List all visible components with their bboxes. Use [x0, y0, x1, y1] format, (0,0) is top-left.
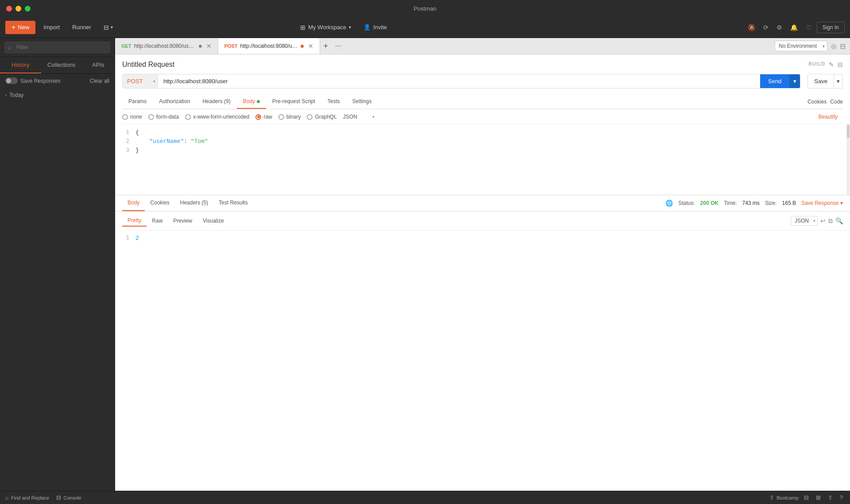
chevron-down-icon: ▾ [111, 25, 113, 30]
line-number-1: 1 [122, 128, 135, 137]
console-item[interactable]: ⊟ Console [56, 494, 81, 501]
share-icon[interactable]: ⊟ [838, 61, 843, 68]
resp-tab-body[interactable]: Body [122, 195, 145, 211]
search-response-button[interactable]: 🔍 [835, 217, 843, 224]
sidebar-tab-collections[interactable]: Collections [41, 57, 82, 73]
toolbar-right: 🔕 ⟳ ⚙ 🔔 ♡ Sign In [745, 21, 845, 34]
resp-visualize-button[interactable]: Visualize [197, 215, 229, 226]
radio-none[interactable]: none [122, 114, 142, 120]
resp-raw-button[interactable]: Raw [147, 215, 168, 226]
radio-binary[interactable]: binary [278, 114, 301, 120]
req-tab-headers[interactable]: Headers (9) [196, 95, 236, 109]
send-btn-group: Send ▾ [760, 74, 800, 88]
resp-preview-button[interactable]: Preview [168, 215, 197, 226]
url-input[interactable] [158, 74, 760, 88]
radio-binary-dot [278, 114, 284, 120]
resp-format-select[interactable]: JSON [791, 216, 818, 226]
radio-graphql[interactable]: GraphQL [307, 114, 336, 120]
sidebar-tab-history[interactable]: History [0, 57, 41, 73]
sidebar-tab-apis[interactable]: APIs [82, 57, 115, 73]
resp-pretty-button[interactable]: Pretty [122, 215, 147, 227]
save-dropdown-button[interactable]: ▾ [834, 74, 843, 88]
bell-icon[interactable]: 🔔 [788, 21, 800, 34]
tab-close-icon[interactable]: ✕ [308, 43, 313, 49]
no-bell-icon[interactable]: 🔕 [745, 21, 758, 34]
today-header[interactable]: › Today [5, 90, 109, 100]
req-tab-prerequest[interactable]: Pre-request Script [266, 95, 321, 109]
invite-button[interactable]: 👤 Invite [359, 21, 391, 33]
beautify-button[interactable]: Beautify [813, 114, 843, 120]
minimize-button[interactable] [15, 6, 21, 12]
req-tab-tests[interactable]: Tests [321, 95, 346, 109]
close-button[interactable] [6, 6, 12, 12]
grid-bottom-icon[interactable]: ⊞ [814, 493, 823, 502]
editor-scrollbar[interactable] [846, 124, 850, 195]
tab-post-request[interactable]: POST http://localhost:8080/user ✕ [218, 38, 320, 54]
tab-unsaved-dot [199, 45, 202, 48]
environment-eye-button[interactable]: ◎ [831, 42, 836, 50]
tab-close-icon[interactable]: ✕ [206, 43, 212, 49]
toggle-knob [6, 78, 11, 83]
resp-tab-headers[interactable]: Headers (5) [175, 195, 213, 211]
add-tab-button[interactable]: + [320, 38, 332, 54]
tab-get-request[interactable]: GET http://localhost:8080/user/1 ✕ [115, 38, 218, 54]
workspace-button[interactable]: ⊞ My Workspace ▾ [296, 21, 355, 34]
clear-all-button[interactable]: Clear all [90, 78, 109, 84]
layout-bottom-icon[interactable]: ⊟ [802, 493, 811, 502]
heart-icon[interactable]: ♡ [803, 21, 814, 34]
radio-form-data[interactable]: form-data [148, 114, 179, 120]
code-editor-wrap[interactable]: 1 { 2 "userName": "Tom" 3 } [115, 124, 850, 195]
gear-icon[interactable]: ⚙ [774, 21, 785, 34]
sign-in-button[interactable]: Sign In [817, 22, 845, 33]
import-button[interactable]: Import [39, 21, 64, 33]
layout-button[interactable]: ⊟ ▾ [99, 21, 117, 34]
content-area: GET http://localhost:8080/user/1 ✕ POST … [115, 38, 850, 491]
send-button[interactable]: Send [760, 74, 789, 88]
toggle-switch[interactable] [5, 77, 18, 84]
method-badge-post: POST [224, 43, 238, 49]
radio-urlencoded[interactable]: x-www-form-urlencoded [185, 114, 249, 120]
tab-settings-button[interactable]: ⊟ [840, 42, 846, 50]
pencil-icon[interactable]: ✎ [829, 61, 834, 68]
environment-select[interactable]: No Environment [775, 41, 827, 51]
status-label: Status: [678, 200, 695, 206]
radio-form-data-dot [148, 114, 154, 120]
method-select[interactable]: POST GET PUT DELETE PATCH [123, 74, 158, 88]
code-link[interactable]: Code [830, 99, 843, 105]
method-badge-get: GET [121, 43, 131, 49]
radio-raw[interactable]: raw [255, 114, 272, 120]
sync-icon[interactable]: ⟳ [761, 21, 771, 34]
save-response-button[interactable]: Save Response ▾ [801, 200, 843, 206]
resp-tab-test-results[interactable]: Test Results [213, 195, 253, 211]
line-content-2: "userName": "Tom" [135, 137, 208, 146]
req-tab-body[interactable]: Body [237, 95, 266, 109]
send-dropdown-button[interactable]: ▾ [789, 74, 800, 88]
line-content-1: { [135, 128, 139, 137]
console-icon: ⊟ [56, 494, 61, 501]
url-bar: POST GET PUT DELETE PATCH ▾ Send ▾ [122, 74, 800, 88]
size-label: Size: [765, 200, 777, 206]
help-icon[interactable]: ? [838, 493, 845, 502]
resp-line-content-1: 2 [135, 235, 139, 244]
status-value: 200 OK [700, 200, 719, 206]
json-format-select[interactable]: JSON Text JavaScript HTML XML [343, 114, 375, 120]
line-number-2: 2 [122, 137, 135, 146]
req-tab-authorization[interactable]: Authorization [153, 95, 196, 109]
new-button[interactable]: + New [5, 21, 35, 34]
bootcamp-item[interactable]: ⇧ Bootcamp [769, 494, 799, 501]
req-tab-params[interactable]: Params [122, 95, 153, 109]
more-tabs-button[interactable]: ··· [332, 42, 344, 50]
bottom-left: ⌕ Find and Replace ⊟ Console [5, 494, 81, 501]
cookies-link[interactable]: Cookies [808, 99, 827, 105]
maximize-button[interactable] [25, 6, 31, 12]
runner-button[interactable]: Runner [68, 21, 96, 33]
traffic-lights [6, 6, 31, 12]
save-button[interactable]: Save [808, 74, 834, 88]
resp-tab-cookies[interactable]: Cookies [145, 195, 174, 211]
find-replace-item[interactable]: ⌕ Find and Replace [5, 494, 49, 501]
filter-input[interactable] [4, 42, 110, 53]
radio-urlencoded-dot [185, 114, 191, 120]
copy-button[interactable]: ⧉ [828, 217, 833, 225]
share-bottom-icon[interactable]: ⇧ [826, 493, 835, 502]
req-tab-settings[interactable]: Settings [346, 95, 378, 109]
